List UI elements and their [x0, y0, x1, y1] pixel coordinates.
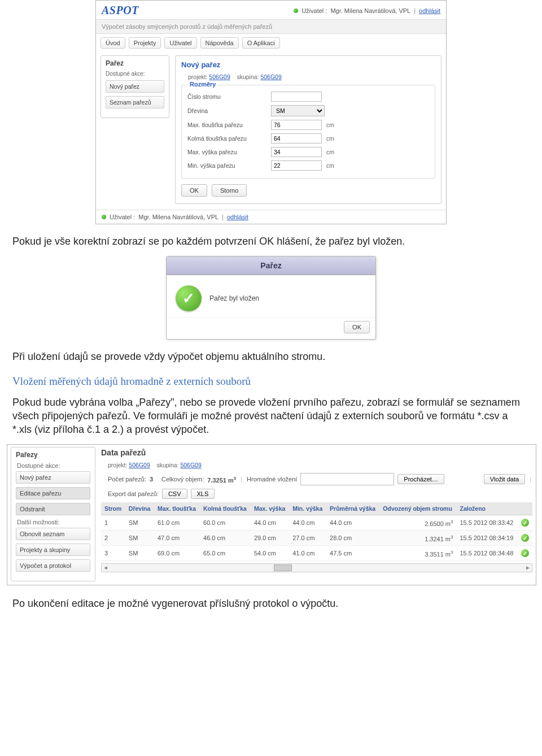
menu-o-aplikaci[interactable]: O Aplikaci: [242, 37, 280, 49]
page-subtitle: Výpočet zásoby smýcených porostů z údajů…: [96, 19, 446, 34]
sidebar-actions-label: Dostupné akce:: [106, 71, 164, 77]
cancel-button[interactable]: Storno: [212, 184, 247, 197]
main-panel: Nový pařez projekt: 506G09 skupina: 506G…: [175, 55, 442, 204]
export-label: Export dat pařezů:: [108, 490, 159, 497]
app-header: ASPOT Uživatel : Mgr. Milena Navrátilová…: [96, 1, 446, 19]
table-header-row: Strom Dřevina Max. tloušťka Kolmá tloušť…: [101, 502, 532, 515]
tree-number-input[interactable]: [271, 92, 322, 102]
paragraph: Pokud bude vybrána volba „Pařezy", nebo …: [12, 396, 530, 437]
table-cell: 47.0 cm: [154, 531, 200, 546]
export-csv-button[interactable]: CSV: [162, 489, 187, 499]
success-tick-icon: ✓: [521, 519, 529, 527]
table-cell: 15.5 2012 08:34:48: [457, 546, 518, 561]
project-link[interactable]: 506G09: [209, 73, 230, 80]
footer-logout-link[interactable]: odhlásit: [227, 214, 248, 220]
table-cell: 28.0 cm: [326, 531, 379, 546]
dialog-title: Pařez: [167, 257, 375, 275]
scroll-left-icon[interactable]: ◄: [102, 564, 110, 571]
sidebar: Pařez Dostupné akce: Nový pařez Seznam p…: [100, 55, 169, 118]
table-cell: 60.0 cm: [200, 515, 251, 531]
table-cell: 2: [101, 531, 125, 546]
table-cell: 3: [101, 546, 125, 561]
bulk-insert-label: Hromadné vložení: [247, 476, 297, 483]
insert-data-button[interactable]: Vložit data: [484, 474, 525, 484]
table-row[interactable]: 3SM69.0 cm65.0 cm54.0 cm41.0 cm47.5 cm3.…: [101, 546, 532, 561]
stump-table: Strom Dřevina Max. tloušťka Kolmá tloušť…: [101, 502, 532, 561]
app-screenshot-new-stump: ASPOT Uživatel : Mgr. Milena Navrátilová…: [95, 0, 447, 224]
count-value: 3: [150, 476, 153, 483]
perp-thickness-label: Kolmá tloušťka pařezu: [187, 135, 266, 142]
sidebar-calc-button[interactable]: Výpočet a protokol: [16, 559, 90, 572]
col-min-vyska[interactable]: Min. výška: [289, 502, 326, 515]
row-status-cell: ✓: [518, 515, 532, 531]
scroll-right-icon[interactable]: ►: [524, 564, 532, 571]
table-row[interactable]: 1SM61.0 cm60.0 cm44.0 cm44.0 cm44.0 cm2.…: [101, 515, 532, 531]
row-status-cell: ✓: [518, 531, 532, 546]
logout-link[interactable]: odhlásit: [419, 7, 440, 14]
menu-uvod[interactable]: Úvod: [100, 37, 125, 49]
table-cell: 69.0 cm: [154, 546, 200, 561]
sidebar-edit-stump-button[interactable]: Editace pařezu: [16, 487, 90, 499]
col-zalozeno[interactable]: Založeno: [457, 502, 518, 515]
max-thickness-input[interactable]: [271, 120, 322, 130]
sidebar-new-stump-button[interactable]: Nový pařez: [106, 80, 164, 93]
col-drevina[interactable]: Dřevina: [125, 502, 154, 515]
col-max-tloustka[interactable]: Max. tloušťka: [154, 502, 200, 515]
panel-title: Data pařezů: [101, 448, 532, 457]
table-cell: 29.0 cm: [251, 531, 289, 546]
sidebar-projects-button[interactable]: Projekty a skupiny: [16, 544, 90, 556]
table-cell: 15.5 2012 08:33:42: [457, 515, 518, 531]
table-row[interactable]: 2SM47.0 cm46.0 cm29.0 cm27.0 cm28.0 cm1.…: [101, 531, 532, 546]
min-height-label: Min. výška pařezu: [187, 162, 266, 169]
status-dot-icon: [102, 215, 106, 219]
file-path-input[interactable]: [300, 473, 394, 485]
col-objem[interactable]: Odvozený objem stromu: [379, 502, 456, 515]
project-label: projekt:: [188, 73, 207, 80]
browse-button[interactable]: Procházet…: [397, 474, 444, 484]
tree-number-label: Číslo stromu: [187, 93, 266, 100]
max-height-input[interactable]: [271, 147, 322, 157]
success-tick-icon: ✓: [521, 534, 529, 542]
menu-napoveda[interactable]: Nápověda: [200, 37, 239, 49]
sidebar-title: Pařez: [106, 59, 164, 67]
col-kolma-tloustka[interactable]: Kolmá tloušťka: [200, 502, 251, 515]
count-label: Počet pařezů:: [108, 476, 146, 483]
table-cell: SM: [125, 531, 154, 546]
sidebar-new-stump-button[interactable]: Nový pařez: [16, 471, 90, 484]
group-link[interactable]: 506G09: [260, 73, 281, 80]
menu-projekty[interactable]: Projekty: [129, 37, 161, 49]
col-prumerna-vyska[interactable]: Průměrná výška: [326, 502, 379, 515]
project-link[interactable]: 506G09: [129, 462, 150, 468]
scroll-thumb[interactable]: [274, 564, 292, 571]
species-select[interactable]: SM: [271, 105, 325, 116]
table-cell: SM: [125, 515, 154, 531]
footer-user-name: Mgr. Milena Navrátilová, VPL: [138, 214, 218, 220]
table-cell: 3.3511 m3: [379, 546, 456, 561]
group-link[interactable]: 506G09: [180, 462, 201, 468]
table-cell: 27.0 cm: [289, 531, 326, 546]
table-cell: SM: [125, 546, 154, 561]
sidebar-refresh-button[interactable]: Obnovit seznam: [16, 528, 90, 540]
min-height-input[interactable]: [271, 160, 322, 171]
table-cell: 1.3241 m3: [379, 531, 456, 546]
export-xls-button[interactable]: XLS: [191, 489, 215, 499]
ok-button[interactable]: OK: [181, 184, 207, 197]
menu-uzivatel[interactable]: Uživatel: [164, 37, 196, 49]
footer-user-label: Uživatel :: [110, 214, 135, 220]
separator: |: [414, 7, 416, 14]
col-strom[interactable]: Strom: [101, 502, 125, 515]
col-status: [518, 502, 532, 515]
success-tick-icon: ✓: [521, 549, 529, 557]
table-cell: 44.0 cm: [326, 515, 379, 531]
perp-thickness-input[interactable]: [271, 133, 322, 144]
col-max-vyska[interactable]: Max. výška: [251, 502, 289, 515]
horizontal-scrollbar[interactable]: ◄ ►: [101, 563, 532, 572]
project-label: projekt:: [108, 462, 127, 468]
sidebar-stump-list-button[interactable]: Seznam pařezů: [106, 96, 164, 108]
table-cell: 41.0 cm: [289, 546, 326, 561]
group-label: skupina:: [237, 73, 259, 80]
dialog-ok-button[interactable]: OK: [344, 321, 370, 333]
sidebar-delete-button[interactable]: Odstranit: [16, 503, 90, 515]
volume-value: 7.3251 m3: [207, 476, 236, 484]
main-menu: Úvod Projekty Uživatel Nápověda O Aplika…: [96, 34, 446, 52]
